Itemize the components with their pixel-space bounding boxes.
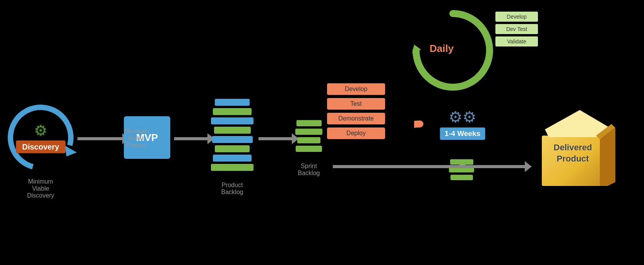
- mvp-stage-label: Minimum Viable Product: [124, 128, 149, 149]
- discovery-gear-icon: ⚙: [34, 122, 47, 139]
- arrow-2: [174, 137, 209, 140]
- ws-bar-3: [450, 175, 473, 180]
- weeks-inner: ⚙⚙ 1-4 Weeks: [440, 108, 485, 140]
- pb-bar-4: [214, 127, 251, 134]
- pb-bar-8: [211, 164, 253, 171]
- delivered-cube-side-svg: [596, 124, 615, 186]
- pb-bar-2: [213, 108, 252, 115]
- sprint-items: Develop Test Demonstrate Deploy: [327, 83, 385, 139]
- discovery-label: Discovery: [16, 141, 65, 153]
- delivered-box: Delivered Product: [538, 116, 615, 186]
- arrow-3: [259, 137, 293, 140]
- daily-item-validate: Validate: [495, 36, 538, 46]
- discovery-section: ⚙ Discovery Minimum Viable Discovery: [8, 105, 74, 199]
- daily-item-develop: Develop: [495, 12, 538, 22]
- sprint-backlog-label: Sprint Backlog: [295, 163, 322, 177]
- weeks-section: ⚙⚙ 1-4 Weeks: [414, 76, 511, 172]
- product-backlog-section: Product Backlog: [211, 99, 253, 196]
- sb-bar-1: [296, 120, 322, 126]
- discovery-stage-label: Minimum Viable Discovery: [8, 178, 74, 199]
- sprint-item-demonstrate: Demonstrate: [327, 113, 385, 124]
- daily-label: Daily: [430, 43, 454, 55]
- pb-bar-6: [215, 145, 250, 152]
- sprint-item-develop: Develop: [327, 83, 385, 95]
- sb-bar-4: [296, 146, 322, 152]
- product-backlog-label: Product Backlog: [211, 182, 253, 196]
- arrow-1: [77, 137, 124, 140]
- sprint-item-test: Test: [327, 98, 385, 110]
- weeks-gear-icon: ⚙⚙: [449, 108, 476, 126]
- pb-bar-3: [211, 117, 253, 124]
- mvp-section: MVP Minimum Viable Product: [124, 116, 149, 149]
- sprint-item-deploy: Deploy: [327, 127, 385, 139]
- arrow-4: [333, 165, 526, 168]
- sprint-backlog-section: Sprint Backlog: [295, 120, 322, 177]
- pb-bar-7: [213, 155, 252, 162]
- diagram: ⚙ Discovery Minimum Viable Discovery MVP…: [0, 0, 644, 265]
- sb-bar-2: [295, 129, 322, 135]
- delivered-text: Delivered Product: [554, 142, 592, 164]
- weeks-circle-container: ⚙⚙ 1-4 Weeks: [414, 76, 511, 172]
- weeks-stack: [449, 159, 474, 180]
- daily-item-devtest: Dev Test: [495, 24, 538, 34]
- delivered-section: Delivered Product: [538, 116, 623, 194]
- ws-bar-1: [450, 159, 473, 165]
- discovery-circle: ⚙ Discovery: [8, 105, 74, 170]
- discovery-inner: ⚙ Discovery: [16, 122, 65, 153]
- pb-bar-1: [215, 99, 250, 106]
- pb-bar-5: [212, 136, 253, 143]
- product-backlog-stack: [211, 99, 253, 171]
- sb-bar-3: [297, 137, 320, 143]
- daily-items-list: Develop Dev Test Validate: [495, 12, 538, 46]
- sprint-backlog-stack: [295, 120, 322, 152]
- weeks-label: 1-4 Weeks: [440, 127, 485, 140]
